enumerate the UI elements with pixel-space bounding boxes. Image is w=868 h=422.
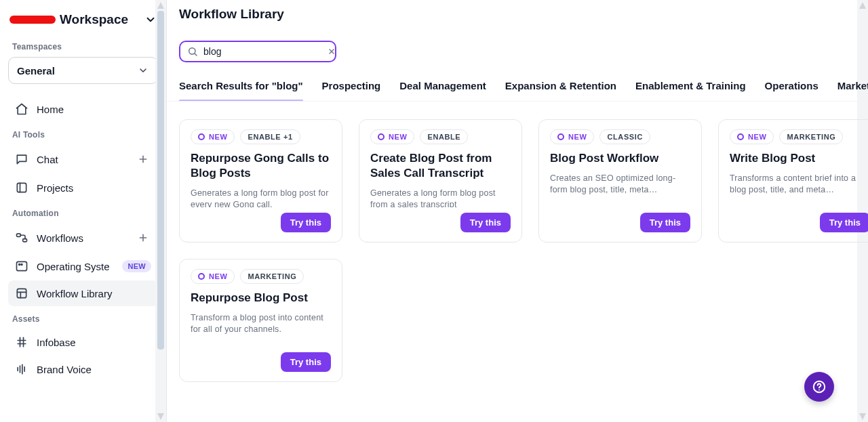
card-description: Creates an SEO optimized long-form blog …: [550, 173, 690, 207]
sparkle-icon: [737, 133, 744, 140]
sidebar-scrollbar[interactable]: [155, 0, 166, 422]
tab-search-results[interactable]: Search Results for "blog": [179, 80, 303, 101]
sparkle-icon: [378, 133, 384, 140]
new-chip: NEW: [191, 269, 235, 284]
workflow-card[interactable]: NEWENABLECreate Blog Post from Sales Cal…: [359, 119, 522, 242]
teamspace-picker[interactable]: General: [8, 57, 158, 84]
workflow-card[interactable]: NEWMARKETINGWrite Blog PostTransforms a …: [718, 119, 868, 242]
sidebar-item-label: Infobase: [37, 337, 76, 348]
tag-chip: MARKETING: [240, 269, 304, 284]
assets-section-label: Assets: [12, 314, 154, 324]
svg-rect-2: [17, 183, 26, 192]
chip-label: ENABLE +1: [248, 133, 292, 141]
sidebar-item-workflow-library[interactable]: Workflow Library: [8, 280, 158, 306]
chip-label: CLASSIC: [607, 133, 642, 141]
teamspaces-section-label: Teamspaces: [12, 42, 154, 51]
tab-deal-management[interactable]: Deal Management: [399, 80, 486, 101]
workflow-card[interactable]: NEWENABLE +1Repurpose Gong Calls to Blog…: [179, 119, 342, 242]
card-title: Write Blog Post: [730, 151, 868, 166]
sidebar-item-label: Projects: [37, 182, 73, 194]
card-description: Generates a long form blog post from a s…: [370, 188, 511, 208]
workflow-card[interactable]: NEWMARKETINGRepurpose Blog PostTransform…: [179, 259, 342, 382]
svg-rect-4: [17, 234, 21, 236]
sidebar-item-label: Workflow Library: [37, 288, 112, 299]
workspace-logo-redacted: [9, 16, 56, 24]
svg-rect-11: [17, 289, 26, 297]
tab-expansion-retention[interactable]: Expansion & Retention: [505, 80, 616, 101]
workspace-switcher[interactable]: Workspace: [8, 9, 158, 30]
chip-label: MARKETING: [248, 272, 296, 280]
sidebar-item-chat[interactable]: Chat: [8, 145, 158, 173]
sidebar-item-label: Workflows: [37, 232, 83, 244]
search-icon: [187, 46, 198, 57]
chip-label: ENABLE: [427, 133, 460, 141]
search-box[interactable]: [179, 41, 336, 62]
sidebar-item-infobase[interactable]: Infobase: [8, 329, 158, 355]
chip-label: NEW: [389, 133, 407, 141]
svg-rect-8: [17, 261, 27, 270]
voice-icon: [15, 362, 28, 376]
workflow-card[interactable]: NEWCLASSICBlog Post WorkflowCreates an S…: [538, 119, 702, 242]
help-button[interactable]: [804, 372, 834, 402]
chevron-down-icon: [137, 64, 149, 77]
tab-prospecting[interactable]: Prospecting: [322, 80, 381, 101]
sidebar-item-home[interactable]: Home: [8, 96, 158, 122]
new-chip: NEW: [191, 129, 235, 144]
chip-label: NEW: [209, 272, 227, 280]
try-this-button[interactable]: Try this: [640, 213, 690, 232]
card-title: Blog Post Workflow: [550, 151, 690, 166]
card-title: Repurpose Gong Calls to Blog Posts: [191, 151, 331, 181]
try-this-button[interactable]: Try this: [460, 213, 511, 232]
tab-marketing[interactable]: Marketin: [837, 80, 868, 101]
new-chip: NEW: [370, 129, 414, 144]
sidebar-item-brand-voice[interactable]: Brand Voice: [8, 356, 158, 382]
tab-operations[interactable]: Operations: [765, 80, 818, 101]
chip-label: MARKETING: [787, 133, 835, 141]
sidebar-item-workflows[interactable]: Workflows: [8, 224, 158, 252]
teamspace-current: General: [17, 65, 55, 77]
sidebar-item-label: Operating System: [37, 261, 110, 272]
card-title: Repurpose Blog Post: [191, 291, 331, 305]
svg-point-9: [19, 264, 20, 266]
chip-label: NEW: [209, 133, 227, 141]
home-icon: [15, 102, 28, 116]
ai-tools-section-label: AI Tools: [12, 130, 154, 140]
try-this-button[interactable]: Try this: [281, 352, 331, 372]
svg-point-27: [818, 389, 820, 391]
card-description: Transforms a content brief into a blog p…: [730, 173, 868, 207]
chip-label: NEW: [748, 133, 766, 141]
tab-enablement-training[interactable]: Enablement & Training: [635, 80, 746, 101]
hash-icon: [15, 335, 28, 349]
clear-search-button[interactable]: [328, 46, 336, 57]
new-badge: NEW: [122, 260, 151, 272]
card-title: Create Blog Post from Sales Call Transcr…: [370, 151, 511, 181]
library-icon: [15, 287, 28, 300]
tag-chip: ENABLE: [420, 129, 468, 144]
workflows-icon: [15, 231, 28, 245]
sidebar-item-operating-system[interactable]: Operating System NEW: [8, 253, 158, 279]
sidebar-item-label: Chat: [37, 154, 58, 165]
chip-label: NEW: [568, 133, 587, 141]
sidebar-item-projects[interactable]: Projects: [8, 175, 158, 201]
projects-icon: [15, 181, 28, 194]
svg-line-23: [195, 54, 197, 56]
sparkle-icon: [198, 133, 205, 140]
search-input[interactable]: [203, 46, 322, 57]
tag-chip: ENABLE +1: [240, 129, 300, 144]
sparkle-icon: [198, 273, 205, 280]
try-this-button[interactable]: Try this: [820, 213, 868, 232]
category-tabs: Search Results for "blog" Prospecting De…: [167, 62, 868, 102]
workspace-label: Workspace: [60, 12, 128, 27]
automation-section-label: Automation: [12, 209, 154, 218]
add-chat-button[interactable]: [135, 151, 151, 167]
sparkle-icon: [557, 133, 564, 140]
card-description: Transform a blog post into content for a…: [191, 312, 331, 347]
chat-icon: [15, 152, 28, 166]
add-workflow-button[interactable]: [135, 230, 151, 246]
main: Workflow Library Search Results for "blo…: [167, 0, 868, 422]
sidebar-item-label: Home: [37, 104, 64, 115]
card-description: Generates a long form blog post for ever…: [191, 188, 331, 208]
sidebar-item-label: Brand Voice: [37, 364, 92, 375]
try-this-button[interactable]: Try this: [281, 213, 331, 232]
svg-point-10: [21, 264, 22, 266]
